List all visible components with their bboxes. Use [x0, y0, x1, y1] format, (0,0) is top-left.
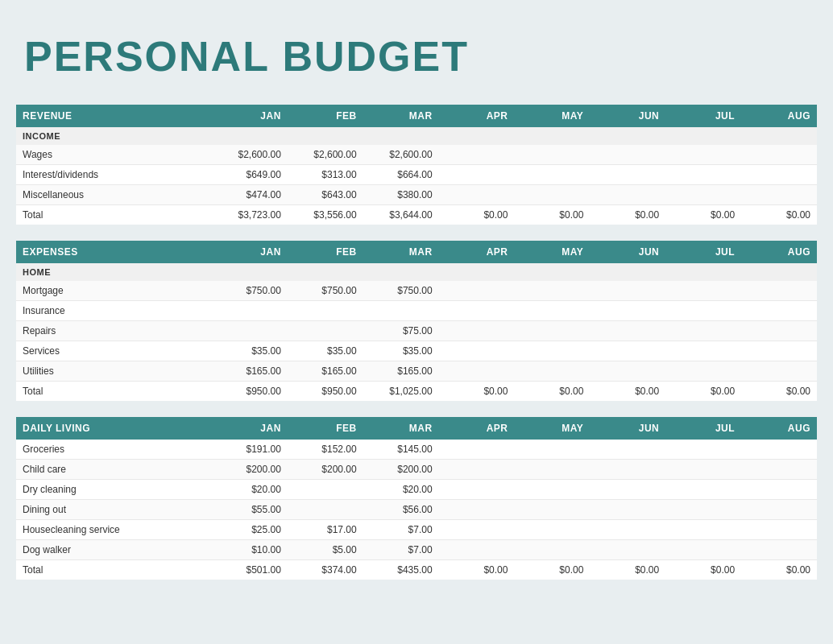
revenue-total-row: Total $3,723.00 $3,556.00 $3,644.00 $0.0…	[16, 205, 817, 225]
expenses-table: EXPENSES JAN FEB MAR APR MAY JUN JUL AUG…	[16, 241, 817, 401]
dining-out-row: Dining out $55.00 $56.00	[16, 500, 817, 520]
revenue-table: REVENUE JAN FEB MAR APR MAY JUN JUL AUG …	[16, 105, 817, 225]
revenue-col-apr: APR	[439, 105, 515, 127]
groceries-row: Groceries $191.00 $152.00 $145.00	[16, 440, 817, 460]
insurance-row: Insurance	[16, 301, 817, 321]
revenue-col-may: MAY	[514, 105, 590, 127]
expenses-col-jul: JUL	[665, 241, 741, 263]
daily-living-col-feb: FEB	[288, 417, 363, 440]
revenue-col-aug: AUG	[741, 105, 817, 127]
utilities-row: Utilities $165.00 $165.00 $165.00	[16, 361, 817, 382]
daily-living-col-label: DAILY LIVING	[16, 417, 212, 440]
daily-living-col-mar: MAR	[363, 417, 439, 440]
daily-living-header-row: DAILY LIVING JAN FEB MAR APR MAY JUN JUL…	[16, 417, 817, 440]
revenue-col-jul: JUL	[665, 105, 741, 127]
expenses-header-row: EXPENSES JAN FEB MAR APR MAY JUN JUL AUG	[16, 241, 817, 263]
mortgage-row: Mortgage $750.00 $750.00 $750.00	[16, 281, 817, 301]
daily-living-total-row: Total $501.00 $374.00 $435.00 $0.00 $0.0…	[16, 560, 817, 580]
expenses-col-jun: JUN	[590, 241, 665, 263]
daily-living-col-jun: JUN	[590, 417, 665, 440]
income-section-header: INCOME	[16, 127, 817, 145]
daily-living-table: DAILY LIVING JAN FEB MAR APR MAY JUN JUL…	[16, 417, 817, 580]
daily-living-col-jul: JUL	[665, 417, 741, 440]
expenses-col-aug: AUG	[741, 241, 817, 263]
revenue-header-row: REVENUE JAN FEB MAR APR MAY JUN JUL AUG	[16, 105, 817, 127]
dry-cleaning-row: Dry cleaning $20.00 $20.00	[16, 480, 817, 500]
revenue-col-jan: JAN	[212, 105, 288, 127]
miscellaneous-row: Miscellaneous $474.00 $643.00 $380.00	[16, 185, 817, 205]
revenue-col-label: REVENUE	[16, 105, 212, 127]
expenses-col-feb: FEB	[288, 241, 363, 263]
expenses-total-row: Total $950.00 $950.00 $1,025.00 $0.00 $0…	[16, 382, 817, 402]
home-section-header: HOME	[16, 263, 817, 281]
dog-walker-row: Dog walker $10.00 $5.00 $7.00	[16, 540, 817, 560]
interest-dividends-row: Interest/dividends $649.00 $313.00 $664.…	[16, 165, 817, 185]
expenses-col-jan: JAN	[212, 241, 288, 263]
daily-living-col-jan: JAN	[212, 417, 288, 440]
repairs-row: Repairs $75.00	[16, 321, 817, 341]
wages-row: Wages $2,600.00 $2,600.00 $2,600.00	[16, 145, 817, 165]
revenue-col-feb: FEB	[288, 105, 363, 127]
expenses-col-apr: APR	[439, 241, 515, 263]
expenses-col-label: EXPENSES	[16, 241, 212, 263]
daily-living-col-aug: AUG	[741, 417, 817, 440]
page-title: PERSONAL BUDGET	[16, 16, 817, 105]
expenses-col-may: MAY	[514, 241, 590, 263]
childcare-row: Child care $200.00 $200.00 $200.00	[16, 460, 817, 480]
expenses-col-mar: MAR	[363, 241, 439, 263]
services-row: Services $35.00 $35.00 $35.00	[16, 341, 817, 361]
housecleaning-row: Housecleaning service $25.00 $17.00 $7.0…	[16, 520, 817, 540]
revenue-col-mar: MAR	[363, 105, 439, 127]
revenue-col-jun: JUN	[590, 105, 665, 127]
daily-living-col-may: MAY	[514, 417, 590, 440]
daily-living-col-apr: APR	[439, 417, 515, 440]
